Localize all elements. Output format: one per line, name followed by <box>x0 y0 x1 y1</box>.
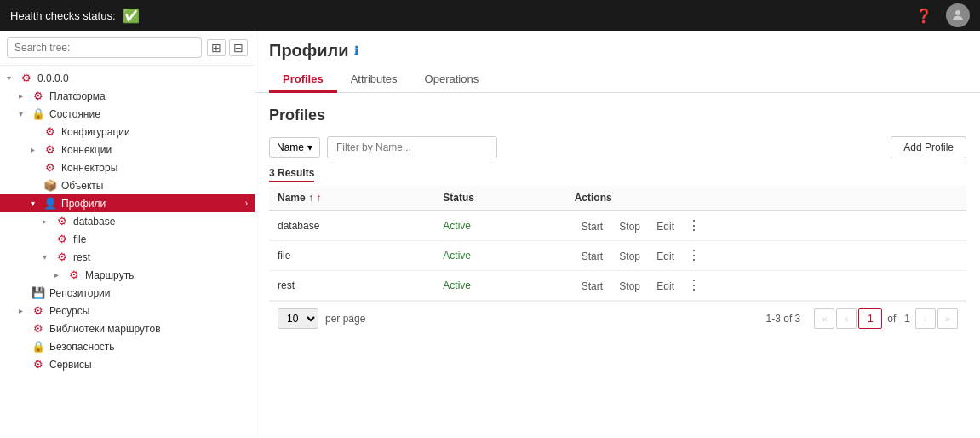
stop-button[interactable]: Stop <box>612 249 647 264</box>
tree-icon: ⚙ <box>31 304 46 317</box>
more-options-button[interactable]: ⋮ <box>684 247 704 263</box>
main-layout: ⊞ ⊟ ▾ ⚙ 0.0.0.0 ▸ ⚙ Платформа ▾ 🔒 Состоя… <box>0 31 980 438</box>
tab-operations[interactable]: Operations <box>411 67 493 93</box>
tree-icon: ⚙ <box>43 143 58 156</box>
topbar-left: Health checks status: ✅ <box>10 8 140 24</box>
sidebar-item-config[interactable]: ⚙ Конфигурации <box>0 123 255 141</box>
sidebar: ⊞ ⊟ ▾ ⚙ 0.0.0.0 ▸ ⚙ Платформа ▾ 🔒 Состоя… <box>0 31 255 438</box>
sidebar-item-profiles[interactable]: ▾ 👤 Профили › <box>0 194 255 212</box>
tree-icon: ⚙ <box>43 161 58 174</box>
arrow-icon: ▾ <box>31 199 43 208</box>
page-size-select[interactable]: 10 25 50 <box>278 308 318 329</box>
table-row: rest Active Start Stop Edit ⋮ <box>269 271 966 301</box>
pagination-row: 10 25 50 per page 1-3 of 3 « ‹ 1 of 1 › … <box>269 301 966 336</box>
tree-icon: ⚙ <box>66 268 82 281</box>
start-button[interactable]: Start <box>575 279 610 294</box>
arrow-icon: ▸ <box>19 306 31 315</box>
col-name[interactable]: Name ↑ <box>269 186 434 210</box>
help-icon[interactable]: ❓ <box>915 8 932 24</box>
sidebar-item-connectors[interactable]: ⚙ Коннекторы <box>0 158 255 176</box>
tree-label: 0.0.0.0 <box>37 72 248 84</box>
filter-dropdown[interactable]: Name ▾ <box>269 137 320 158</box>
next-page-button[interactable]: › <box>915 308 936 329</box>
sidebar-item-repositories[interactable]: 💾 Репозитории <box>0 284 255 302</box>
tree-icon: ⚙ <box>43 125 58 138</box>
more-options-button[interactable]: ⋮ <box>684 277 704 293</box>
sidebar-search-bar: ⊞ ⊟ <box>0 31 255 66</box>
sidebar-item-profile-database[interactable]: ▸ ⚙ database <box>0 212 255 230</box>
cell-actions: Start Stop Edit ⋮ <box>566 241 966 271</box>
arrow-icon: ▾ <box>19 109 31 118</box>
chevron-down-icon: ▾ <box>307 141 312 153</box>
sidebar-item-services[interactable]: ⚙ Сервисы <box>0 355 255 373</box>
arrow-icon: ▸ <box>19 91 31 101</box>
info-icon[interactable]: ℹ <box>354 44 358 57</box>
chevron-right-icon: › <box>245 199 248 208</box>
sidebar-item-resources[interactable]: ▸ ⚙ Ресурсы <box>0 302 255 320</box>
sidebar-item-state[interactable]: ▾ 🔒 Состояние <box>0 105 255 123</box>
sidebar-item-routes-sub[interactable]: ▸ ⚙ Маршруты <box>0 266 255 284</box>
content-title: Профили ℹ <box>269 41 966 61</box>
sidebar-item-connections[interactable]: ▸ ⚙ Коннекции <box>0 141 255 158</box>
svg-point-0 <box>955 10 960 15</box>
tree-label: Коннекции <box>61 144 248 156</box>
stop-button[interactable]: Stop <box>612 279 647 294</box>
tree-label: file <box>73 233 248 245</box>
tree-icon: ⚙ <box>31 89 46 102</box>
per-page-label: per page <box>325 313 365 325</box>
start-button[interactable]: Start <box>575 249 610 264</box>
more-options-button[interactable]: ⋮ <box>684 217 704 233</box>
sidebar-item-profile-rest[interactable]: ▾ ⚙ rest <box>0 248 255 266</box>
edit-button[interactable]: Edit <box>650 279 681 294</box>
cell-actions: Start Stop Edit ⋮ <box>566 210 966 241</box>
sidebar-item-root[interactable]: ▾ ⚙ 0.0.0.0 <box>0 69 255 87</box>
health-check-icon: ✅ <box>123 8 140 24</box>
cell-name: file <box>269 241 434 271</box>
tree-label: rest <box>73 251 248 263</box>
first-page-button[interactable]: « <box>814 308 834 329</box>
prev-page-button[interactable]: ‹ <box>836 308 857 329</box>
sidebar-item-objects[interactable]: 📦 Объекты <box>0 176 255 194</box>
filter-row: Name ▾ Add Profile <box>269 136 966 158</box>
sidebar-item-profile-file[interactable]: ⚙ file <box>0 230 255 248</box>
cell-status: Active <box>434 241 565 271</box>
expand-all-icon[interactable]: ⊞ <box>207 39 226 56</box>
collapse-all-icon[interactable]: ⊟ <box>229 39 248 56</box>
arrow-icon: ▾ <box>7 73 19 83</box>
topbar-right: ❓ <box>915 3 970 27</box>
tree-label: Ресурсы <box>49 305 248 317</box>
edit-button[interactable]: Edit <box>650 249 681 264</box>
arrow-icon: ▸ <box>54 270 66 280</box>
tab-attributes[interactable]: Attributes <box>337 67 411 93</box>
add-profile-button[interactable]: Add Profile <box>891 136 966 158</box>
tree-label: Коннекторы <box>61 162 248 174</box>
sidebar-item-security[interactable]: 🔒 Безопасность <box>0 337 255 355</box>
cell-status: Active <box>434 271 565 301</box>
table-row: file Active Start Stop Edit ⋮ <box>269 241 966 271</box>
tree-icon: ⚙ <box>54 215 70 228</box>
col-actions: Actions <box>566 186 966 210</box>
col-status: Status <box>434 186 565 210</box>
tree-icon: 💾 <box>31 286 46 299</box>
section-title: Profiles <box>269 107 966 124</box>
avatar[interactable] <box>946 3 970 27</box>
filter-input[interactable] <box>327 136 497 158</box>
table-body: database Active Start Stop Edit ⋮ file A… <box>269 210 966 301</box>
arrow-icon: ▸ <box>31 145 43 154</box>
last-page-button[interactable]: » <box>937 308 958 329</box>
search-input[interactable] <box>7 37 202 58</box>
stop-button[interactable]: Stop <box>612 219 647 234</box>
tab-profiles[interactable]: Profiles <box>269 67 337 93</box>
sidebar-item-platform[interactable]: ▸ ⚙ Платформа <box>0 87 255 105</box>
tree-icon: ⚙ <box>54 251 70 263</box>
tree-icon: ⚙ <box>19 72 34 84</box>
current-page: 1 <box>858 308 882 329</box>
topbar: Health checks status: ✅ ❓ <box>0 0 980 31</box>
tree-icon: 🔒 <box>31 107 46 120</box>
start-button[interactable]: Start <box>575 219 610 234</box>
edit-button[interactable]: Edit <box>650 219 681 234</box>
sidebar-item-route-libs[interactable]: ⚙ Библиотеки маршрутов <box>0 320 255 337</box>
table-row: database Active Start Stop Edit ⋮ <box>269 210 966 241</box>
page-nav: « ‹ 1 of 1 › » <box>814 308 958 329</box>
arrow-icon: ▸ <box>43 216 54 226</box>
